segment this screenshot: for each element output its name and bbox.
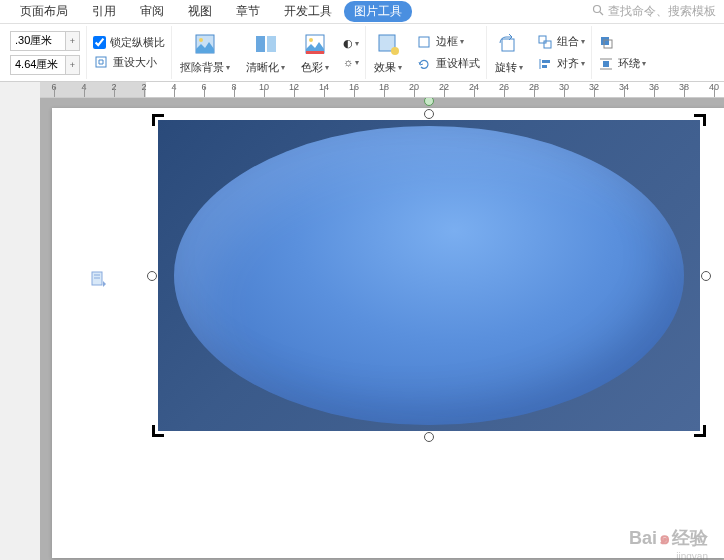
search-box[interactable]: 查找命令、搜索模板 <box>592 3 716 20</box>
reset-style-icon <box>416 56 432 72</box>
crop-handle-br[interactable] <box>692 423 706 437</box>
reset-size-icon <box>93 54 109 70</box>
rotate-handle[interactable] <box>424 98 434 106</box>
chevron-down-icon: ▾ <box>281 63 285 72</box>
svg-rect-6 <box>267 36 276 52</box>
lock-aspect-ratio[interactable]: 锁定纵横比 <box>93 35 165 50</box>
size-group: + + <box>4 26 87 79</box>
height-spin[interactable]: + <box>66 31 80 51</box>
adjust-group: ◐▾ ☼▾ <box>337 26 366 79</box>
svg-rect-19 <box>601 37 609 45</box>
sharpen-button[interactable]: 清晰化▾ <box>238 26 293 79</box>
svg-line-1 <box>600 12 603 15</box>
style-group: 边框▾ 重设样式 <box>410 26 487 79</box>
menu-bar: 页面布局 引用 审阅 视图 章节 开发工具 图片工具 查找命令、搜索模板 <box>0 0 724 24</box>
rotate-button[interactable]: 旋转▾ <box>487 26 531 79</box>
vertical-ruler[interactable] <box>0 98 40 560</box>
ellipse-shape <box>174 126 683 425</box>
chevron-down-icon: ▾ <box>398 63 402 72</box>
svg-rect-5 <box>256 36 265 52</box>
contrast-button[interactable]: ◐▾ <box>343 37 359 50</box>
svg-rect-13 <box>502 39 514 51</box>
tab-picture-tools[interactable]: 图片工具 <box>344 1 412 22</box>
brightness-icon: ☼ <box>343 56 353 68</box>
wrap-group: 环绕▾ <box>592 26 652 79</box>
menu-review[interactable]: 审阅 <box>128 3 176 20</box>
search-placeholder: 查找命令、搜索模板 <box>608 3 716 20</box>
align-icon <box>537 56 553 72</box>
group-button[interactable]: 组合▾ <box>537 34 585 50</box>
chevron-down-icon: ▾ <box>226 63 230 72</box>
color-icon <box>301 30 329 58</box>
menu-references[interactable]: 引用 <box>80 3 128 20</box>
effects-button[interactable]: 效果▾ <box>366 26 410 79</box>
document-area[interactable] <box>40 98 724 560</box>
arrange-group: 组合▾ 对齐▾ <box>531 26 592 79</box>
border-button[interactable]: 边框▾ <box>416 34 480 50</box>
effects-icon <box>374 30 402 58</box>
align-button[interactable]: 对齐▾ <box>537 56 585 72</box>
lock-aspect-checkbox[interactable] <box>93 36 106 49</box>
menu-page-layout[interactable]: 页面布局 <box>8 3 80 20</box>
page <box>52 108 724 558</box>
toolbar: + + 锁定纵横比 重设大小 抠除背景▾ 清晰化▾ 色彩▾ ◐▾ ☼▾ 效果▾ <box>0 24 724 82</box>
bring-forward-icon <box>598 34 614 50</box>
horizontal-ruler[interactable]: 642246810121416182022242628303234363840 <box>40 82 724 98</box>
resize-handle-bottom[interactable] <box>424 432 434 442</box>
svg-point-0 <box>594 6 601 13</box>
svg-rect-18 <box>542 65 547 68</box>
width-input[interactable] <box>10 55 66 75</box>
color-button[interactable]: 色彩▾ <box>293 26 337 79</box>
chevron-down-icon: ▾ <box>519 63 523 72</box>
remove-background-button[interactable]: 抠除背景▾ <box>172 26 238 79</box>
svg-rect-14 <box>539 36 546 43</box>
search-icon <box>592 4 604 19</box>
resize-handle-left[interactable] <box>147 271 157 281</box>
svg-point-4 <box>199 38 203 42</box>
svg-rect-9 <box>306 51 324 54</box>
crop-handle-bl[interactable] <box>152 423 166 437</box>
menu-section[interactable]: 章节 <box>224 3 272 20</box>
menu-developer[interactable]: 开发工具 <box>272 3 344 20</box>
reset-size-button[interactable]: 重设大小 <box>93 54 165 70</box>
wrap-button[interactable]: 环绕▾ <box>598 56 646 72</box>
resize-handle-right[interactable] <box>701 271 711 281</box>
svg-rect-12 <box>419 37 429 47</box>
width-spin[interactable]: + <box>66 55 80 75</box>
svg-point-8 <box>309 38 313 42</box>
group-icon <box>537 34 553 50</box>
wrap-icon <box>598 56 614 72</box>
menu-view[interactable]: 视图 <box>176 3 224 20</box>
workspace: 642246810121416182022242628303234363840 <box>0 82 724 560</box>
lock-group: 锁定纵横比 重设大小 <box>87 26 172 79</box>
paragraph-options-icon[interactable] <box>88 268 110 290</box>
contrast-icon: ◐ <box>343 37 353 50</box>
watermark: Bai ๑ 经验 <box>629 523 708 552</box>
chevron-down-icon: ▾ <box>325 63 329 72</box>
watermark-sub: jingyan <box>676 551 708 560</box>
selected-image[interactable] <box>152 114 706 437</box>
svg-rect-15 <box>544 41 551 48</box>
image-content <box>158 120 700 431</box>
svg-rect-21 <box>603 61 609 67</box>
brightness-button[interactable]: ☼▾ <box>343 56 359 68</box>
rotate-icon <box>495 30 523 58</box>
svg-rect-2 <box>96 57 106 67</box>
crop-handle-tr[interactable] <box>692 114 706 128</box>
svg-rect-17 <box>542 60 550 63</box>
reset-style-button[interactable]: 重设样式 <box>416 56 480 72</box>
height-input[interactable] <box>10 31 66 51</box>
svg-point-11 <box>391 47 399 55</box>
bring-forward-button[interactable] <box>598 34 646 50</box>
remove-bg-icon <box>191 30 219 58</box>
crop-handle-tl[interactable] <box>152 114 166 128</box>
resize-handle-top[interactable] <box>424 109 434 119</box>
border-icon <box>416 34 432 50</box>
sharpen-icon <box>252 30 280 58</box>
